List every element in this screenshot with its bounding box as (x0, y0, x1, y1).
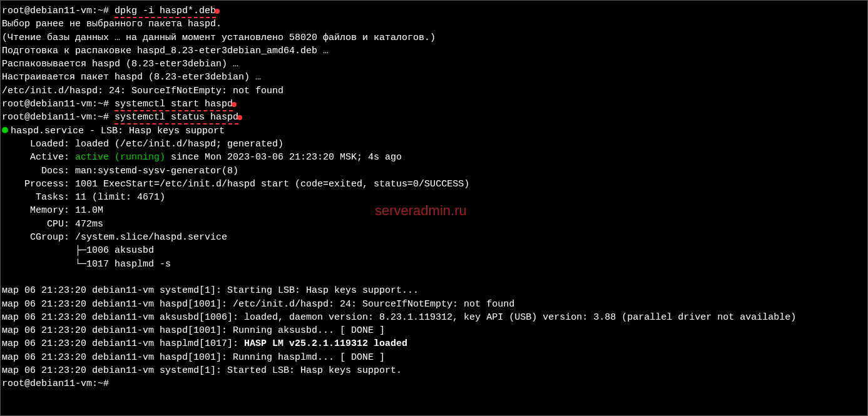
process-label: Process: (2, 179, 75, 190)
blank-line (2, 271, 866, 284)
log-line: мар 06 21:23:20 debian11-vm systemd[1]: … (2, 364, 866, 377)
terminal-prompt[interactable]: root@debian11-vm:~# (2, 377, 866, 390)
terminal-line-cmd3: root@debian11-vm:~# systemctl status has… (2, 111, 866, 124)
prompt: root@debian11-vm:~# (2, 99, 115, 109)
highlight-dot-icon (215, 9, 220, 14)
log-line: мар 06 21:23:20 debian11-vm hasplmd[1017… (2, 337, 866, 350)
log-line: мар 06 21:23:20 debian11-vm aksusbd[1006… (2, 311, 866, 324)
prompt: root@debian11-vm:~# (2, 112, 115, 123)
cgroup-line: CGroup: /system.slice/haspd.service (2, 231, 866, 244)
tasks-value: 11 (limit: 4671) (75, 192, 165, 203)
prompt: root@debian11-vm:~# (2, 6, 115, 16)
highlight-dot-icon (237, 115, 242, 120)
cgroup-tree-item: └─1017 hasplmd -s (2, 258, 866, 271)
active-state: active (running) (75, 152, 165, 163)
output-line: Настраивается пакет haspd (8.23-eter3deb… (2, 71, 866, 84)
command-text: dpkg -i haspd*.deb (115, 6, 216, 18)
command-text: systemctl start haspd (115, 99, 233, 111)
terminal-line-cmd1: root@debian11-vm:~# dpkg -i haspd*.deb (2, 4, 866, 18)
process-line: Process: 1001 ExecStart=/etc/init.d/hasp… (2, 178, 866, 191)
docs-label: Docs: (2, 166, 75, 176)
loaded-label: Loaded: (2, 139, 75, 150)
command-text: systemctl status haspd (115, 112, 238, 124)
memory-value: 11.0M (75, 205, 103, 216)
docs-line: Docs: man:systemd-sysv-generator(8) (2, 165, 866, 178)
log-line: мар 06 21:23:20 debian11-vm haspd[1001]:… (2, 298, 866, 311)
memory-line: Memory: 11.0M (2, 204, 866, 217)
log-bold-text: HASP LM v25.2.1.119312 loaded (244, 338, 407, 349)
output-line: Подготовка к распаковке haspd_8.23-eter3… (2, 44, 866, 58)
log-line: мар 06 21:23:20 debian11-vm systemd[1]: … (2, 284, 866, 297)
log-line: мар 06 21:23:20 debian11-vm haspd[1001]:… (2, 324, 866, 337)
active-line: Active: active (running) since Mon 2023-… (2, 151, 866, 164)
memory-label: Memory: (2, 205, 75, 216)
docs-value: man:systemd-sysv-generator(8) (75, 166, 238, 176)
status-active-icon (2, 127, 8, 133)
active-since: since Mon 2023-03-06 21:23:20 MSK; 4s ag… (165, 152, 402, 163)
highlight-dot-icon (232, 102, 237, 107)
output-line: Распаковывается haspd (8.23-eter3debian)… (2, 58, 866, 71)
cpu-value: 472ms (75, 219, 103, 230)
output-line: Выбор ранее не выбранного пакета haspd. (2, 18, 866, 31)
output-line: (Чтение базы данных … на данный момент у… (2, 31, 866, 44)
tasks-line: Tasks: 11 (limit: 4671) (2, 191, 866, 204)
cgroup-label: CGroup: (2, 232, 75, 243)
service-name: haspd.service - LSB: Hasp keys support (11, 126, 225, 136)
process-value: 1001 ExecStart=/etc/init.d/haspd start (… (75, 179, 469, 190)
tasks-label: Tasks: (2, 192, 75, 203)
log-prefix: мар 06 21:23:20 debian11-vm hasplmd[1017… (2, 338, 244, 349)
cgroup-value: /system.slice/haspd.service (75, 232, 227, 243)
cgroup-tree-item: ├─1006 aksusbd (2, 244, 866, 257)
cpu-line: CPU: 472ms (2, 218, 866, 231)
loaded-line: Loaded: loaded (/etc/init.d/haspd; gener… (2, 138, 866, 151)
active-label: Active: (2, 152, 75, 163)
log-line: мар 06 21:23:20 debian11-vm haspd[1001]:… (2, 351, 866, 364)
output-line: /etc/init.d/haspd: 24: SourceIfNotEmpty:… (2, 84, 866, 98)
service-status-line: haspd.service - LSB: Hasp keys support (2, 124, 866, 138)
loaded-value: loaded (/etc/init.d/haspd; generated) (75, 139, 283, 150)
terminal-line-cmd2: root@debian11-vm:~# systemctl start hasp… (2, 98, 866, 111)
cpu-label: CPU: (2, 219, 75, 230)
